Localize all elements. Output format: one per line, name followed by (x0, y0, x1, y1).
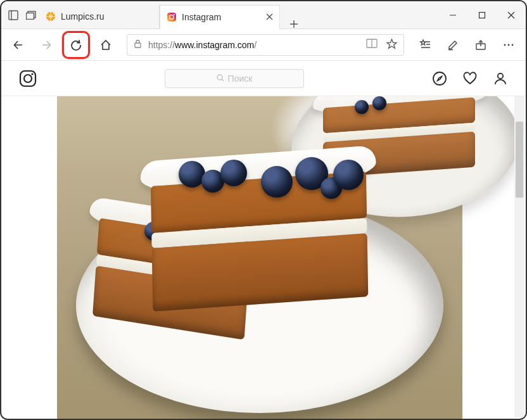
window-maximize-button[interactable] (467, 1, 497, 29)
favicon-lumpics (46, 11, 56, 22)
url-domain: www.instagram.com (175, 40, 254, 50)
toolbar-right-icons (413, 33, 521, 57)
tab-lumpics[interactable]: Lumpics.ru (39, 4, 160, 29)
instagram-topnav: Поиск (1, 61, 526, 96)
more-menu-icon[interactable] (497, 33, 521, 57)
url-protocol: https:// (148, 40, 175, 50)
nav-home-button[interactable] (94, 33, 118, 57)
svg-point-38 (31, 73, 33, 75)
tab-strip: Lumpics.ru Instagram (39, 1, 438, 29)
svg-rect-3 (27, 13, 34, 19)
page-content (1, 96, 526, 419)
svg-line-40 (222, 79, 224, 81)
window-close-button[interactable] (497, 1, 526, 29)
tab-title: Instagram (182, 12, 221, 22)
tab-preview-icon[interactable] (26, 10, 37, 20)
window-controls (438, 1, 526, 29)
svg-rect-17 (479, 12, 485, 18)
instagram-nav-icons (432, 71, 508, 86)
svg-point-39 (217, 75, 222, 80)
nav-forward-button[interactable] (34, 33, 58, 57)
instagram-search-box[interactable]: Поиск (165, 69, 304, 88)
svg-rect-0 (9, 11, 18, 20)
browser-toolbar: https://www.instagram.com/ (1, 29, 526, 61)
tab-utility-buttons (1, 1, 39, 29)
refresh-button-highlight (62, 31, 90, 59)
instagram-logo-icon[interactable] (19, 70, 37, 87)
svg-point-11 (174, 14, 175, 15)
svg-point-37 (24, 75, 32, 82)
lock-icon (134, 39, 142, 50)
search-icon (217, 73, 224, 84)
nav-back-button[interactable] (6, 33, 30, 57)
svg-marker-42 (438, 76, 442, 80)
favorites-list-icon[interactable] (413, 33, 437, 57)
svg-marker-26 (421, 40, 426, 45)
svg-point-34 (508, 44, 510, 46)
search-placeholder: Поиск (228, 73, 253, 84)
url-text: https://www.instagram.com/ (148, 40, 257, 50)
svg-point-41 (433, 72, 446, 85)
profile-user-icon[interactable] (493, 71, 508, 86)
svg-point-35 (512, 44, 514, 46)
tab-close-icon[interactable] (266, 13, 273, 22)
new-tab-button[interactable] (280, 20, 308, 29)
notes-icon[interactable] (441, 33, 465, 57)
svg-marker-25 (387, 39, 397, 48)
instagram-post-photo[interactable] (57, 96, 462, 419)
activity-heart-icon[interactable] (462, 71, 478, 86)
svg-point-33 (504, 44, 506, 46)
tabs-aside-icon[interactable] (8, 10, 18, 20)
nav-refresh-button[interactable] (70, 39, 82, 51)
scrollbar-thumb[interactable] (516, 122, 523, 198)
favicon-instagram (167, 12, 177, 22)
svg-rect-22 (135, 43, 141, 48)
explore-compass-icon[interactable] (432, 71, 447, 86)
vertical-scrollbar[interactable] (514, 96, 524, 417)
svg-rect-36 (20, 71, 35, 86)
reading-view-icon[interactable] (366, 39, 378, 51)
svg-point-43 (498, 73, 503, 78)
address-bar-actions (366, 39, 397, 51)
svg-rect-9 (167, 13, 176, 22)
share-icon[interactable] (469, 33, 493, 57)
browser-titlebar: Lumpics.ru Instagram (1, 1, 526, 29)
url-path: / (254, 40, 257, 50)
tab-title: Lumpics.ru (61, 11, 104, 22)
window-minimize-button[interactable] (438, 1, 467, 29)
favorite-star-icon[interactable] (386, 39, 397, 51)
tab-instagram[interactable]: Instagram (160, 5, 280, 29)
address-bar[interactable]: https://www.instagram.com/ (127, 34, 404, 56)
